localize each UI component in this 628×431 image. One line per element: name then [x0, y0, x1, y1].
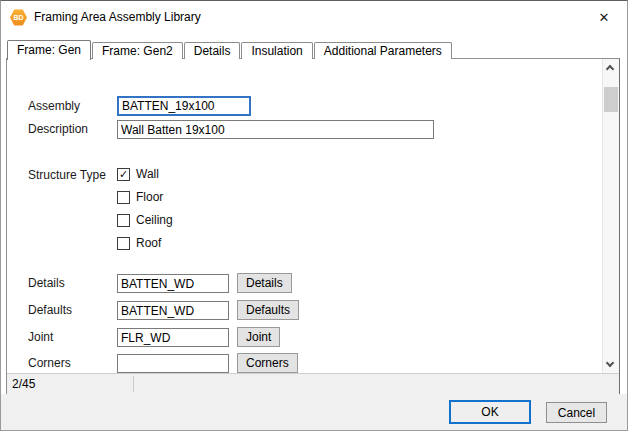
details-button[interactable]: Details: [237, 273, 292, 293]
tab-insulation[interactable]: Insulation: [241, 42, 312, 59]
description-input[interactable]: [117, 120, 434, 139]
tab-details[interactable]: Details: [184, 42, 241, 59]
vertical-scrollbar[interactable]: [602, 59, 619, 373]
defaults-button[interactable]: Defaults: [237, 300, 299, 320]
checkmark-icon: ✓: [119, 168, 128, 180]
checkbox-wall[interactable]: ✓: [117, 168, 130, 181]
joint-input[interactable]: [117, 328, 229, 347]
structure-type-label: Structure Type: [28, 168, 106, 182]
details-label: Details: [28, 276, 65, 290]
scroll-up-button[interactable]: [603, 59, 619, 76]
status-divider: [133, 376, 134, 392]
ok-button[interactable]: OK: [449, 400, 531, 424]
tab-additional-parameters[interactable]: Additional Parameters: [314, 42, 452, 59]
defaults-label: Defaults: [28, 303, 72, 317]
scrollbar-thumb[interactable]: [604, 87, 618, 112]
tab-frame-gen[interactable]: Frame: Gen: [7, 40, 91, 60]
status-bar: 2/45: [7, 373, 619, 394]
checkbox-floor[interactable]: ✓: [117, 191, 130, 204]
description-label: Description: [28, 122, 88, 136]
close-icon[interactable]: ✕: [594, 8, 614, 28]
joint-label: Joint: [28, 330, 53, 344]
assembly-input[interactable]: [117, 96, 251, 116]
tab-frame-gen2[interactable]: Frame: Gen2: [92, 42, 183, 59]
corners-label: Corners: [28, 356, 71, 370]
chevron-up-icon: [606, 65, 614, 73]
assembly-label: Assembly: [28, 99, 80, 113]
tab-page: Assembly Description Structure Type ✓ Wa…: [6, 58, 620, 395]
details-input[interactable]: [117, 274, 229, 293]
checkbox-wall-label: Wall: [136, 167, 159, 182]
corners-button[interactable]: Corners: [237, 353, 298, 373]
tab-strip: Frame: Gen Frame: Gen2 Details Insulatio…: [7, 39, 453, 59]
record-position: 2/45: [12, 374, 35, 394]
checkbox-roof[interactable]: ✓: [117, 237, 130, 250]
chevron-down-icon: [606, 359, 614, 367]
dialog-window: BD Framing Area Assembly Library ✕ Frame…: [0, 0, 628, 431]
window-title: Framing Area Assembly Library: [34, 10, 201, 24]
checkbox-roof-label: Roof: [136, 236, 161, 251]
scroll-down-button[interactable]: [603, 356, 619, 373]
app-logo-icon: BD: [10, 9, 27, 26]
defaults-input[interactable]: [117, 301, 229, 320]
corners-input[interactable]: [117, 354, 229, 373]
dialog-footer: OK Cancel: [1, 394, 627, 430]
checkbox-ceiling-label: Ceiling: [136, 213, 173, 228]
joint-button[interactable]: Joint: [237, 327, 280, 347]
checkbox-ceiling[interactable]: ✓: [117, 214, 130, 227]
checkbox-floor-label: Floor: [136, 190, 163, 205]
cancel-button[interactable]: Cancel: [546, 402, 607, 423]
title-bar: BD Framing Area Assembly Library ✕: [1, 1, 627, 34]
